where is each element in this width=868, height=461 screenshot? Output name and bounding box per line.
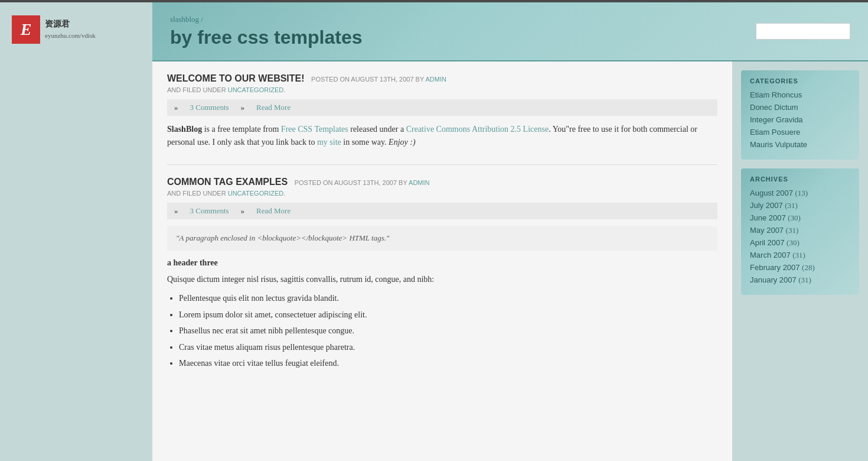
category-link-mauris-vulputate[interactable]: Mauris Vulputate bbox=[750, 140, 807, 149]
free-css-templates-link[interactable]: Free CSS Templates bbox=[281, 125, 348, 134]
post-welcome-read-more[interactable]: Read More bbox=[256, 103, 291, 112]
category-link-etiam-posuere[interactable]: Etiam Posuere bbox=[750, 128, 800, 137]
logo-area: E 资源君 eyunzhu.com/vdisk bbox=[0, 2, 152, 461]
logo-text: 资源君 eyunzhu.com/vdisk bbox=[45, 18, 96, 41]
post-list: Pellentesque quis elit non lectus gravid… bbox=[167, 292, 717, 370]
search-input[interactable] bbox=[756, 23, 850, 40]
logo-chinese: 资源君 bbox=[45, 18, 96, 30]
post-paragraph: Quisque dictum integer nisl risus, sagit… bbox=[167, 273, 717, 286]
category-item: Integer Gravida bbox=[750, 115, 850, 125]
archive-link-jan2007[interactable]: January 2007 bbox=[750, 275, 797, 284]
post-welcome-body: SlashBlog is a free template from Free C… bbox=[167, 123, 717, 150]
my-site-link[interactable]: my site bbox=[317, 138, 341, 147]
list-item: Phasellus nec erat sit amet nibh pellent… bbox=[179, 324, 717, 337]
post-welcome: WELCOME TO OUR WEBSITE! POSTED ON AUGUST… bbox=[167, 73, 717, 150]
archive-link-may2007[interactable]: May 2007 bbox=[750, 226, 784, 235]
creative-commons-link[interactable]: Creative Commons Attribution 2.5 License bbox=[406, 125, 549, 134]
archive-item: January 2007 (31) bbox=[750, 275, 850, 285]
category-item: Donec Dictum bbox=[750, 103, 850, 112]
list-item: Lorem ipsum dolor sit amet, consectetuer… bbox=[179, 309, 717, 322]
list-item: Maecenas vitae orci vitae tellus feugiat… bbox=[179, 357, 717, 370]
archive-link-jul2007[interactable]: July 2007 bbox=[750, 201, 783, 210]
post-common-tag-header: COMMON TAG EXAMPLES POSTED ON AUGUST 13T… bbox=[167, 177, 717, 197]
category-item: Mauris Vulputate bbox=[750, 140, 850, 150]
archive-link-feb2007[interactable]: February 2007 bbox=[750, 263, 800, 272]
archive-item: June 2007 (30) bbox=[750, 213, 850, 223]
archive-item: April 2007 (30) bbox=[750, 238, 850, 248]
archives-list: August 2007 (13) July 2007 (31) June 200… bbox=[750, 189, 850, 285]
post-welcome-comments-bar: » 3 Comments » Read More bbox=[167, 99, 717, 116]
post-common-tag-title: COMMON TAG EXAMPLES bbox=[167, 177, 288, 187]
slashblog-brand: SlashBlog bbox=[167, 125, 202, 134]
archive-item: March 2007 (31) bbox=[750, 251, 850, 260]
category-link-donec-dictum[interactable]: Donec Dictum bbox=[750, 103, 798, 112]
post-common-tag-comments-link[interactable]: 3 Comments bbox=[190, 206, 229, 216]
category-link-integer-gravida[interactable]: Integer Gravida bbox=[750, 115, 803, 124]
category-item: Etiam Posuere bbox=[750, 128, 850, 137]
category-link-etiam-rhoncus[interactable]: Etiam Rhoncus bbox=[750, 90, 802, 99]
logo-icon: E bbox=[12, 15, 40, 44]
categories-section: CATEGORIES Etiam Rhoncus Donec Dictum In… bbox=[741, 70, 859, 160]
header: slashblog / by free css templates bbox=[152, 2, 868, 61]
archives-title: ARCHIVES bbox=[750, 176, 850, 183]
sidebar: CATEGORIES Etiam Rhoncus Donec Dictum In… bbox=[732, 61, 868, 461]
post-welcome-meta: POSTED ON AUGUST 13TH, 2007 BY ADMIN bbox=[311, 76, 446, 83]
post-welcome-filed: AND FILED UNDER UNCATEGORIZED. bbox=[167, 86, 717, 93]
logo-url: eyunzhu.com/vdisk bbox=[45, 32, 96, 39]
archive-link-jun2007[interactable]: June 2007 bbox=[750, 213, 786, 222]
list-item: Pellentesque quis elit non lectus gravid… bbox=[179, 292, 717, 305]
post-common-tag: COMMON TAG EXAMPLES POSTED ON AUGUST 13T… bbox=[167, 177, 717, 371]
post-common-tag-body: "A paragraph enclosed in <blockquote></b… bbox=[167, 226, 717, 371]
main-area: slashblog / by free css templates WELCOM… bbox=[152, 2, 868, 461]
header-text: slashblog / by free css templates bbox=[170, 15, 363, 48]
post-h3: a header three bbox=[167, 257, 717, 270]
header-title: by free css templates bbox=[170, 27, 363, 48]
archive-link-aug2007[interactable]: August 2007 bbox=[750, 189, 793, 197]
archive-item: February 2007 (28) bbox=[750, 263, 850, 272]
post-welcome-title: WELCOME TO OUR WEBSITE! bbox=[167, 73, 305, 83]
main-content: WELCOME TO OUR WEBSITE! POSTED ON AUGUST… bbox=[152, 61, 732, 461]
list-item: Cras vitae metus aliquam risus pellentes… bbox=[179, 341, 717, 354]
post-common-tag-filed: AND FILED UNDER UNCATEGORIZED. bbox=[167, 190, 717, 197]
post-divider bbox=[167, 164, 717, 165]
archives-section: ARCHIVES August 2007 (13) July 2007 (31)… bbox=[741, 168, 859, 295]
category-item: Etiam Rhoncus bbox=[750, 90, 850, 100]
post-welcome-header: WELCOME TO OUR WEBSITE! POSTED ON AUGUST… bbox=[167, 73, 717, 93]
archive-item: August 2007 (13) bbox=[750, 189, 850, 198]
post-blockquote: "A paragraph enclosed in <blockquote></b… bbox=[167, 226, 717, 251]
post-welcome-author[interactable]: ADMIN bbox=[426, 76, 446, 83]
archive-link-apr2007[interactable]: April 2007 bbox=[750, 238, 785, 247]
post-common-tag-meta: POSTED ON AUGUST 13TH, 2007 BY ADMIN bbox=[295, 179, 430, 186]
archive-item: July 2007 (31) bbox=[750, 201, 850, 210]
content-wrapper: WELCOME TO OUR WEBSITE! POSTED ON AUGUST… bbox=[152, 61, 868, 461]
archive-item: May 2007 (31) bbox=[750, 226, 850, 235]
header-breadcrumb: slashblog / bbox=[170, 15, 363, 24]
categories-list: Etiam Rhoncus Donec Dictum Integer Gravi… bbox=[750, 90, 850, 150]
post-welcome-comments-link[interactable]: 3 Comments bbox=[190, 103, 229, 112]
logo-box: E 资源君 eyunzhu.com/vdisk bbox=[12, 15, 96, 44]
post-common-tag-category[interactable]: UNCATEGORIZED bbox=[228, 190, 284, 197]
post-common-tag-author[interactable]: ADMIN bbox=[409, 179, 429, 186]
categories-title: CATEGORIES bbox=[750, 77, 850, 85]
post-common-tag-read-more[interactable]: Read More bbox=[256, 206, 291, 216]
post-welcome-category[interactable]: UNCATEGORIZED bbox=[228, 86, 284, 93]
archive-link-mar2007[interactable]: March 2007 bbox=[750, 251, 791, 259]
post-common-tag-comments-bar: » 3 Comments » Read More bbox=[167, 203, 717, 219]
